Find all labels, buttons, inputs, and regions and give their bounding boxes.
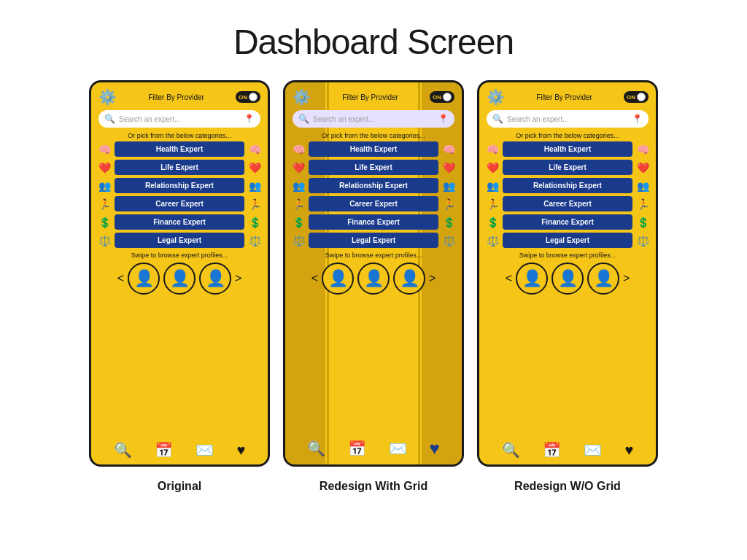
search-bar[interactable]: 🔍 Search an expert... 📍 xyxy=(98,110,260,128)
top-bar-grid: ⚙️ Filter By Provider ON xyxy=(285,82,462,109)
prev-arrow[interactable]: < xyxy=(117,272,124,285)
category-row-life-grid: ❤️ Life Expert ❤️ xyxy=(291,160,456,175)
category-row-life: ❤️ Life Expert ❤️ xyxy=(97,160,262,175)
search-nav-icon-grid[interactable]: 🔍 xyxy=(307,440,325,457)
health-icon-right: 🧠 xyxy=(247,144,262,155)
life-expert-button[interactable]: Life Expert xyxy=(115,160,244,175)
avatar-2-grid: 👤 xyxy=(357,262,390,295)
filter-label-no-grid: Filter By Provider xyxy=(536,93,592,101)
finance-expert-button-no-grid[interactable]: Finance Expert xyxy=(503,214,632,230)
health-icon-right-no-grid: 🧠 xyxy=(635,144,650,155)
mail-nav-icon-grid[interactable]: ✉️ xyxy=(389,440,407,457)
search-icon-grid: 🔍 xyxy=(298,114,309,124)
career-expert-button[interactable]: Career Expert xyxy=(115,196,244,211)
health-icon-left-no-grid: 🧠 xyxy=(485,144,500,155)
health-icon-left-grid: 🧠 xyxy=(291,144,306,155)
location-icon: 📍 xyxy=(244,114,255,124)
life-icon-right-grid: ❤️ xyxy=(441,162,456,174)
mobile-frame-no-grid: ⚙️ Filter By Provider ON 🔍 Search an exp… xyxy=(477,80,658,467)
filter-label-grid: Filter By Provider xyxy=(342,93,398,101)
category-row-finance: 💲 Finance Expert 💲 xyxy=(97,214,262,230)
avatar-2-no-grid: 👤 xyxy=(551,262,584,295)
heart-nav-icon-grid[interactable]: ♥ xyxy=(429,438,439,459)
top-bar-no-grid: ⚙️ Filter By Provider ON xyxy=(479,82,656,109)
finance-expert-button[interactable]: Finance Expert xyxy=(115,214,244,230)
gear-icon[interactable]: ⚙️ xyxy=(98,88,117,106)
calendar-nav-icon-no-grid[interactable]: 📅 xyxy=(543,441,561,459)
search-placeholder: Search an expert... xyxy=(119,115,240,123)
avatars-row-grid: < 👤 👤 👤 > xyxy=(285,262,462,295)
legal-icon-right-grid: ⚖️ xyxy=(441,235,456,246)
heart-nav-icon[interactable]: ♥ xyxy=(236,442,245,459)
legal-expert-button-grid[interactable]: Legal Expert xyxy=(309,233,438,248)
avatar-1-grid: 👤 xyxy=(322,262,354,295)
finance-icon-right-grid: 💲 xyxy=(441,217,456,228)
search-nav-icon[interactable]: 🔍 xyxy=(114,441,132,459)
screen-label-no-grid: Redesign W/O Grid xyxy=(514,480,621,493)
search-placeholder-no-grid: Search an expert... xyxy=(507,115,628,123)
health-icon-right-grid: 🧠 xyxy=(441,144,456,155)
legal-icon-left: ⚖️ xyxy=(97,235,112,246)
categories-list-grid: 🧠 Health Expert 🧠 ❤️ Life Expert ❤️ 👥 Re… xyxy=(285,141,462,248)
swipe-label-grid: Swipe to browse expert profiles... xyxy=(285,252,462,259)
search-icon: 🔍 xyxy=(104,114,115,124)
toggle-knob xyxy=(249,93,258,101)
next-arrow-grid[interactable]: > xyxy=(429,272,436,285)
categories-label-no-grid: Or pick from the below categories... xyxy=(479,132,656,139)
calendar-nav-icon[interactable]: 📅 xyxy=(155,441,173,459)
prev-arrow-no-grid[interactable]: < xyxy=(506,272,512,285)
category-row-relationship: 👥 Relationship Expert 👥 xyxy=(97,178,262,193)
legal-expert-button[interactable]: Legal Expert xyxy=(115,233,244,248)
life-icon-right: ❤️ xyxy=(247,162,262,174)
mail-nav-icon-no-grid[interactable]: ✉️ xyxy=(584,441,602,459)
finance-icon-left-no-grid: 💲 xyxy=(485,217,500,228)
finance-expert-button-grid[interactable]: Finance Expert xyxy=(309,214,438,230)
category-row-health-grid: 🧠 Health Expert 🧠 xyxy=(291,141,456,157)
relationship-expert-button-grid[interactable]: Relationship Expert xyxy=(309,178,438,193)
search-nav-icon-no-grid[interactable]: 🔍 xyxy=(502,441,520,459)
category-row-relationship-grid: 👥 Relationship Expert 👥 xyxy=(291,178,456,193)
health-expert-button-grid[interactable]: Health Expert xyxy=(309,141,438,157)
relationship-expert-button-no-grid[interactable]: Relationship Expert xyxy=(503,178,632,193)
relationship-expert-button[interactable]: Relationship Expert xyxy=(115,178,244,193)
mobile-frame-grid: ⚙️ Filter By Provider ON 🔍 Search an exp… xyxy=(283,80,464,467)
life-expert-button-no-grid[interactable]: Life Expert xyxy=(503,160,632,175)
filter-label: Filter By Provider xyxy=(148,93,204,101)
finance-icon-left-grid: 💲 xyxy=(291,217,306,228)
heart-nav-icon-no-grid[interactable]: ♥ xyxy=(624,442,633,459)
life-icon-left: ❤️ xyxy=(97,162,112,174)
relationship-icon-left: 👥 xyxy=(97,180,112,192)
toggle-switch-grid[interactable]: ON xyxy=(430,91,454,103)
life-expert-button-grid[interactable]: Life Expert xyxy=(309,160,438,175)
gear-icon-no-grid[interactable]: ⚙️ xyxy=(487,88,505,106)
bottom-nav-grid: 🔍 📅 ✉️ ♥ xyxy=(285,432,462,464)
legal-icon-right: ⚖️ xyxy=(247,235,262,246)
career-expert-button-grid[interactable]: Career Expert xyxy=(309,196,438,211)
relationship-icon-left-no-grid: 👥 xyxy=(485,180,500,192)
next-arrow-no-grid[interactable]: > xyxy=(623,272,630,285)
category-row-finance-grid: 💲 Finance Expert 💲 xyxy=(291,214,456,230)
toggle-switch[interactable]: ON xyxy=(236,91,260,103)
mail-nav-icon[interactable]: ✉️ xyxy=(196,441,214,459)
toggle-switch-no-grid[interactable]: ON xyxy=(624,91,649,103)
health-expert-button[interactable]: Health Expert xyxy=(115,141,244,157)
search-bar-no-grid[interactable]: 🔍 Search an expert... 📍 xyxy=(487,110,649,128)
prev-arrow-grid[interactable]: < xyxy=(311,272,318,285)
toggle-label-grid: ON xyxy=(433,94,441,101)
calendar-nav-icon-grid[interactable]: 📅 xyxy=(348,440,366,457)
career-expert-button-no-grid[interactable]: Career Expert xyxy=(503,196,632,211)
category-row-health: 🧠 Health Expert 🧠 xyxy=(97,141,262,157)
health-expert-button-no-grid[interactable]: Health Expert xyxy=(503,141,632,157)
next-arrow[interactable]: > xyxy=(235,272,241,285)
avatar-3: 👤 xyxy=(199,262,231,295)
legal-expert-button-no-grid[interactable]: Legal Expert xyxy=(503,233,632,248)
category-row-legal-no-grid: ⚖️ Legal Expert ⚖️ xyxy=(485,233,650,248)
life-icon-left-no-grid: ❤️ xyxy=(485,162,500,174)
life-icon-right-no-grid: ❤️ xyxy=(635,162,650,174)
avatars-row-no-grid: < 👤 👤 👤 > xyxy=(479,262,656,295)
career-icon-left: 🏃 xyxy=(97,198,112,210)
category-row-life-no-grid: ❤️ Life Expert ❤️ xyxy=(485,160,650,175)
finance-icon-right: 💲 xyxy=(247,217,262,228)
gear-icon-grid[interactable]: ⚙️ xyxy=(293,88,311,106)
search-bar-grid[interactable]: 🔍 Search an expert... 📍 xyxy=(293,110,454,128)
